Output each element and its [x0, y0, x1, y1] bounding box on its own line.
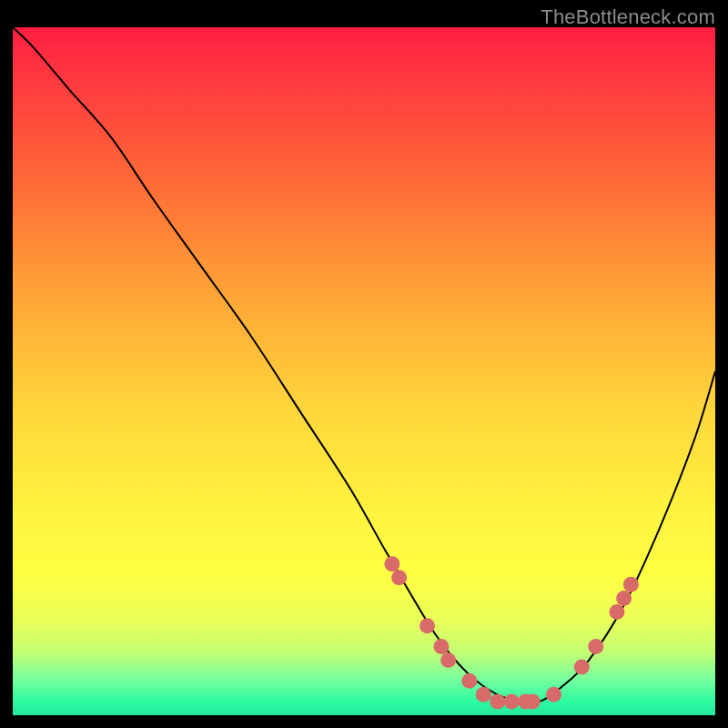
marker-dot	[476, 687, 491, 703]
marker-dot	[490, 693, 505, 709]
marker-dot	[546, 687, 561, 703]
marker-dot	[574, 660, 590, 675]
marker-dot	[616, 591, 632, 606]
marker-dot	[609, 604, 624, 620]
marker-dot	[391, 570, 407, 585]
marker-dot	[420, 618, 435, 633]
marker-dot	[440, 652, 456, 668]
marker-dot	[461, 673, 477, 689]
marker-dot	[623, 577, 639, 592]
curve-markers	[384, 556, 638, 709]
marker-dot	[504, 693, 520, 709]
marker-dot	[588, 639, 603, 654]
bottleneck-curve	[13, 27, 715, 703]
marker-dot	[525, 693, 541, 709]
chart-svg	[13, 27, 715, 715]
marker-dot	[433, 639, 449, 654]
watermark-text: TheBottleneck.com	[541, 5, 715, 29]
marker-dot	[384, 556, 399, 571]
